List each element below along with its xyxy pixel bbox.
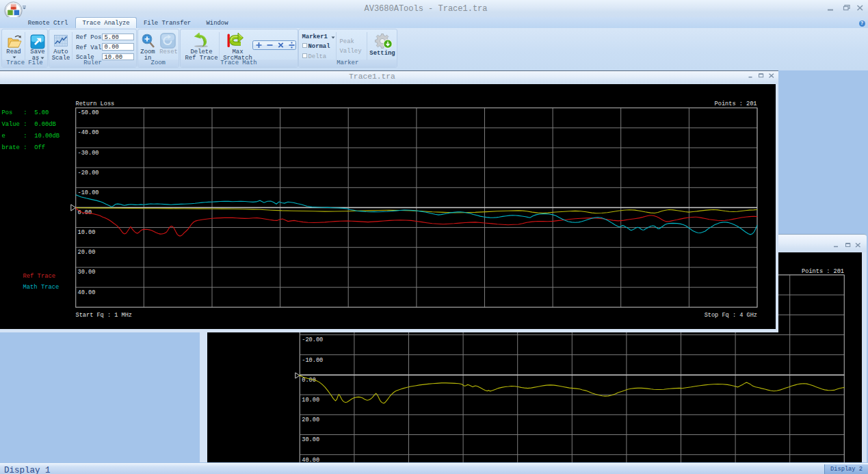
svg-text::: : bbox=[23, 109, 27, 116]
svg-text:brate: brate bbox=[2, 144, 20, 150]
svg-text::: : bbox=[23, 121, 27, 128]
svg-text:-40.00: -40.00 bbox=[78, 129, 99, 136]
svg-text:Start Fq : 1 MHz: Start Fq : 1 MHz bbox=[76, 311, 133, 318]
svg-text:Value: Value bbox=[2, 121, 20, 128]
svg-text:-10.00: -10.00 bbox=[302, 357, 323, 364]
svg-text:Points : 201: Points : 201 bbox=[715, 100, 757, 107]
svg-text:-30.00: -30.00 bbox=[78, 149, 99, 156]
svg-text:e: e bbox=[2, 133, 5, 140]
svg-text:30.00: 30.00 bbox=[302, 437, 319, 444]
svg-text:20.00: 20.00 bbox=[78, 249, 96, 256]
svg-text:Math Trace: Math Trace bbox=[23, 284, 60, 291]
svg-text:Off: Off bbox=[34, 144, 45, 150]
svg-text:-10.00: -10.00 bbox=[78, 189, 99, 196]
svg-text:Points : 201: Points : 201 bbox=[802, 268, 844, 275]
svg-text:30.00: 30.00 bbox=[78, 269, 96, 276]
svg-text:10.00: 10.00 bbox=[302, 397, 319, 404]
svg-text:40.00: 40.00 bbox=[302, 457, 319, 463]
svg-text:0.00dB: 0.00dB bbox=[34, 121, 56, 128]
svg-text:Pos: Pos bbox=[2, 109, 13, 116]
svg-text:5.00: 5.00 bbox=[34, 109, 49, 116]
svg-text:Stop Fq : 4 GHz: Stop Fq : 4 GHz bbox=[705, 311, 757, 318]
svg-text:-20.00: -20.00 bbox=[302, 337, 323, 344]
svg-text:-50.00: -50.00 bbox=[78, 109, 99, 116]
svg-text:10.00dB: 10.00dB bbox=[34, 133, 60, 140]
svg-text:Ref Trace: Ref Trace bbox=[23, 272, 56, 279]
svg-text::: : bbox=[23, 133, 27, 140]
svg-text:10.00: 10.00 bbox=[78, 229, 96, 236]
svg-text::: : bbox=[23, 144, 27, 150]
svg-text:40.00: 40.00 bbox=[78, 289, 96, 295]
svg-text:-20.00: -20.00 bbox=[78, 169, 99, 176]
svg-text:20.00: 20.00 bbox=[302, 417, 319, 424]
svg-text:Return Loss: Return Loss bbox=[76, 100, 115, 107]
